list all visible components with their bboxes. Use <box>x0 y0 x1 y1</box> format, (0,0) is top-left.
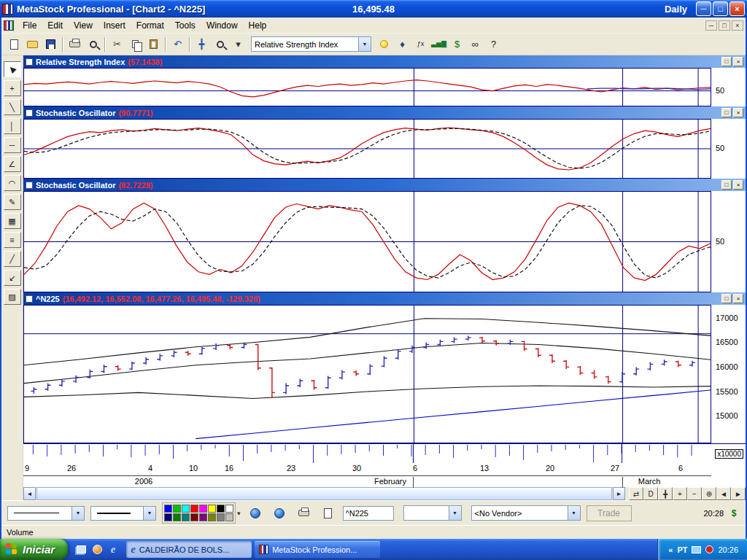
menu-window[interactable]: Window <box>201 19 243 32</box>
color-swatch[interactable] <box>208 513 216 521</box>
language-indicator[interactable]: PT <box>677 545 687 554</box>
scrollbar-thumb[interactable] <box>36 487 612 500</box>
text-note-tool[interactable]: ✎ <box>4 194 21 210</box>
page-setup-icon[interactable] <box>320 505 336 521</box>
color-swatch[interactable] <box>217 513 225 521</box>
paste-icon[interactable] <box>145 36 162 52</box>
context-help-icon[interactable]: ? <box>485 36 502 52</box>
color-swatch[interactable] <box>173 513 181 521</box>
mdi-restore-button[interactable]: □ <box>719 20 730 31</box>
refresh-button[interactable]: ⇄ <box>629 487 643 500</box>
start-button[interactable]: Iniciar <box>0 539 68 560</box>
scroll-right-button[interactable]: ► <box>731 487 746 500</box>
stochastic-panel-2-header[interactable]: Stochastic Oscillator (82.7228) □ × <box>23 179 746 191</box>
vendor-combo[interactable]: <No Vendor> ▼ <box>471 505 581 521</box>
arrow-tool[interactable]: ↙ <box>4 270 21 286</box>
color-swatch[interactable] <box>182 513 190 521</box>
combo-dropdown-icon[interactable]: ▼ <box>358 37 371 51</box>
period-combo[interactable]: ▼ <box>403 505 462 521</box>
menu-edit[interactable]: Edit <box>42 19 68 32</box>
panel-close-button[interactable]: × <box>733 57 743 66</box>
color-swatch[interactable] <box>164 505 172 513</box>
price-plot[interactable] <box>23 305 711 443</box>
copy-icon[interactable] <box>127 36 144 52</box>
open-icon[interactable] <box>24 36 41 52</box>
menu-help[interactable]: Help <box>244 19 272 32</box>
combo-dropdown-icon[interactable]: ▼ <box>143 507 155 520</box>
color-swatch[interactable] <box>217 505 225 513</box>
panel-restore-button[interactable]: □ <box>721 294 732 303</box>
zoom-icon[interactable] <box>212 36 228 52</box>
new-chart-icon[interactable] <box>6 36 23 52</box>
pattern-fill-tool[interactable]: ▨ <box>4 289 21 305</box>
color-swatch[interactable] <box>208 505 216 513</box>
print-report-icon[interactable] <box>295 505 312 521</box>
scrollbar-right-arrow[interactable]: ► <box>613 487 625 500</box>
pan-icon[interactable]: ╋ <box>193 36 210 52</box>
options-dollar-icon[interactable]: $ <box>449 36 465 52</box>
color-palette[interactable] <box>162 502 236 524</box>
mdi-minimize-button[interactable]: ─ <box>705 20 717 31</box>
grid-tool[interactable]: ▦ <box>4 213 21 229</box>
close-button[interactable]: × <box>729 1 745 16</box>
panel-close-button[interactable]: × <box>733 294 743 303</box>
stochastic-1-plot[interactable] <box>23 119 711 179</box>
menu-format[interactable]: Format <box>131 19 169 32</box>
color-swatch[interactable] <box>225 513 233 521</box>
trade-button[interactable]: Trade <box>587 505 632 521</box>
mdi-close-button[interactable]: × <box>732 20 743 31</box>
explorer-icon[interactable]: ♦ <box>394 36 411 52</box>
angle-tool[interactable]: ∠ <box>4 156 21 172</box>
expert-advisor-icon[interactable] <box>376 36 392 52</box>
arc-tool[interactable]: ◠ <box>4 175 21 191</box>
rsi-panel-header[interactable]: Relative Strength Index (57.1438) □ × <box>23 55 746 68</box>
combo-dropdown-icon[interactable]: ▼ <box>568 506 580 520</box>
stochastic-2-plot[interactable] <box>23 191 711 292</box>
color-swatch[interactable] <box>190 513 198 521</box>
color-swatch[interactable] <box>164 513 172 521</box>
cut-icon[interactable]: ✂ <box>109 36 125 52</box>
menu-insert[interactable]: Insert <box>98 19 131 32</box>
combo-dropdown-icon[interactable]: ▼ <box>449 506 461 520</box>
trendline-tool[interactable]: ╲ <box>4 99 21 115</box>
stochastic-panel-1-header[interactable]: Stochastic Oscillator (90.7771) □ × <box>23 106 746 119</box>
zoom-options-arrow[interactable]: ▾ <box>230 36 247 52</box>
panel-close-button[interactable]: × <box>733 180 743 190</box>
tray-expand-icon[interactable]: « <box>668 545 673 554</box>
vertical-line-tool[interactable]: │ <box>4 118 21 134</box>
panel-restore-button[interactable]: □ <box>721 57 732 66</box>
symbol-input[interactable] <box>343 506 394 521</box>
panel-close-button[interactable]: × <box>733 108 743 117</box>
color-swatch[interactable] <box>199 513 207 521</box>
price-panel-header[interactable]: ^N225 (16,492.12, 16,552.08, 16,477.26, … <box>23 292 746 305</box>
pointer-tool[interactable]: ▶ <box>4 61 21 77</box>
combo-dropdown-icon[interactable]: ▼ <box>71 507 84 520</box>
indicator-combo[interactable]: Relative Strength Index ▼ <box>251 36 371 52</box>
task-button-browser[interactable]: e CALDEIRÃO DE BOLS... <box>126 541 252 558</box>
periodicity-daily-button[interactable]: D <box>643 487 658 500</box>
zoom-in-button[interactable]: + <box>673 487 687 500</box>
internet-explorer-icon[interactable]: e <box>107 543 120 556</box>
save-icon[interactable] <box>42 36 59 52</box>
title-bar[interactable]: MetaStock Professional - [Chart2 - ^N225… <box>0 0 747 18</box>
security-icon[interactable] <box>705 545 713 553</box>
panel-restore-button[interactable]: □ <box>721 180 732 190</box>
zoom-reset-button[interactable]: ⊕ <box>702 487 716 500</box>
color-swatch[interactable] <box>225 505 233 513</box>
indicator-builder-icon[interactable]: ƒx <box>412 36 429 52</box>
color-swatch[interactable] <box>199 505 207 513</box>
print-preview-icon[interactable] <box>85 36 101 52</box>
palette-dropdown-icon[interactable]: ▾ <box>237 510 241 517</box>
explorer-binoculars-icon[interactable]: ∞ <box>467 36 484 52</box>
system-tester-icon[interactable]: ▃▅▇ <box>430 36 447 52</box>
line-weight-combo[interactable]: ▼ <box>90 506 156 521</box>
undo-icon[interactable]: ↶ <box>169 36 186 52</box>
minimize-button[interactable]: ─ <box>696 1 711 16</box>
task-button-metastock[interactable]: MetaStock Profession... <box>255 541 380 558</box>
line-style-combo[interactable]: ▼ <box>7 506 85 521</box>
horizontal-line-tool[interactable]: ─ <box>4 137 21 153</box>
ray-tool[interactable]: ╱ <box>4 251 21 267</box>
menu-file[interactable]: File <box>18 19 42 32</box>
media-player-icon[interactable] <box>90 543 104 556</box>
menu-tools[interactable]: Tools <box>170 19 201 32</box>
